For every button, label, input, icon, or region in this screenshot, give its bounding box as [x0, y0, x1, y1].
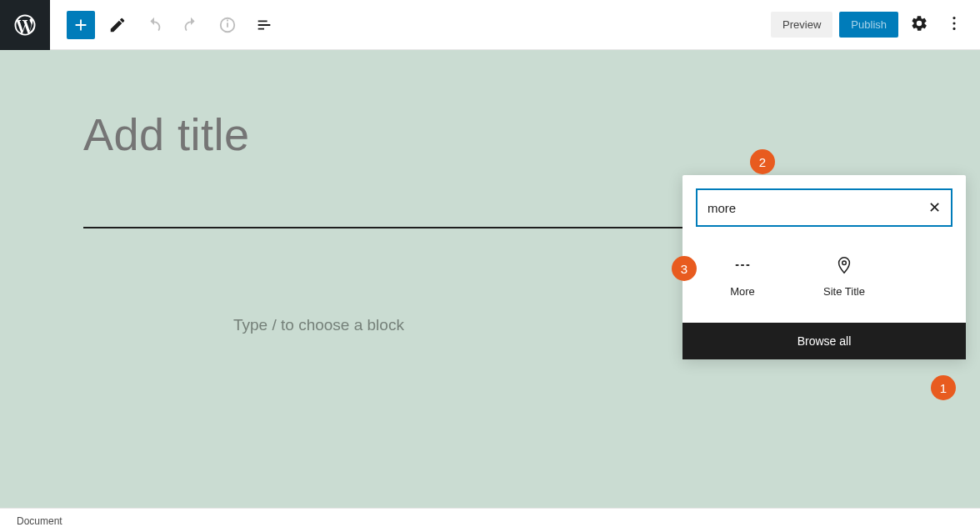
browse-all-button[interactable]: Browse all	[682, 323, 966, 359]
info-button[interactable]	[213, 11, 242, 39]
annotation-marker-2: 2	[750, 149, 775, 174]
annotation-marker-1: 1	[931, 375, 956, 400]
svg-rect-4	[741, 264, 744, 266]
block-placeholder-text: Type / to choose a block	[233, 316, 404, 334]
close-icon: ✕	[928, 199, 941, 216]
inserter-search-area: ✕	[682, 175, 966, 240]
publish-button[interactable]: Publish	[839, 12, 898, 38]
add-block-button[interactable]	[67, 11, 95, 39]
post-title-input[interactable]	[83, 108, 683, 160]
pin-icon	[834, 255, 854, 275]
inserter-search-input[interactable]	[708, 201, 928, 215]
svg-rect-3	[736, 264, 739, 266]
footer-tab-document[interactable]: Document	[17, 515, 62, 527]
svg-point-2	[952, 27, 955, 29]
block-result-label: More	[730, 285, 755, 298]
top-toolbar: Preview Publish	[0, 0, 980, 50]
inserter-results: More Site Title	[682, 240, 966, 323]
title-area: Type / to choose a block	[83, 108, 683, 334]
more-options-button[interactable]	[940, 11, 968, 39]
empty-block-row[interactable]: Type / to choose a block	[83, 316, 683, 334]
title-divider	[83, 227, 683, 228]
svg-rect-5	[747, 264, 750, 266]
undo-button[interactable]	[140, 11, 168, 39]
block-inserter-popover: ✕ More Site Title Browse all	[682, 175, 966, 359]
editor-footer: Document	[0, 508, 980, 532]
edit-mode-button[interactable]	[103, 11, 132, 39]
preview-button[interactable]: Preview	[771, 12, 832, 38]
annotation-marker-3: 3	[672, 256, 697, 281]
redo-button[interactable]	[177, 11, 205, 39]
more-block-icon	[732, 255, 752, 275]
wordpress-logo[interactable]	[0, 0, 50, 50]
block-result-site-title[interactable]: Site Title	[802, 248, 886, 304]
editor-canvas: Type / to choose a block ✕ More	[0, 50, 980, 509]
block-result-more[interactable]: More	[701, 248, 784, 304]
svg-point-0	[952, 17, 955, 19]
svg-point-1	[952, 22, 955, 24]
outline-button[interactable]	[250, 11, 278, 39]
toolbar-right-group: Preview Publish	[771, 11, 980, 39]
inserter-search-wrap: ✕	[696, 188, 952, 227]
clear-search-button[interactable]: ✕	[928, 198, 941, 217]
gear-icon	[910, 14, 928, 36]
toolbar-left-group	[50, 11, 278, 39]
kebab-icon	[945, 14, 963, 36]
block-result-label: Site Title	[823, 285, 865, 298]
settings-button[interactable]	[905, 11, 933, 39]
